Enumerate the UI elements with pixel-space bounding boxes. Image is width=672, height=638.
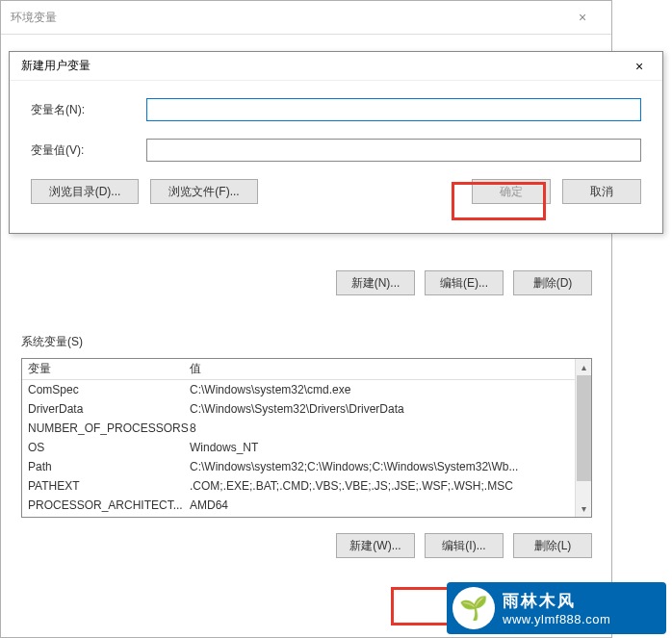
cell-var: OS — [22, 441, 184, 454]
var-name-label: 变量名(N): — [31, 102, 146, 118]
cell-val: C:\Windows\System32\Drivers\DriverData — [184, 402, 575, 416]
table-row[interactable]: NUMBER_OF_PROCESSORS8 — [22, 419, 575, 438]
cell-var: PATHEXT — [22, 479, 184, 493]
col-val-header[interactable]: 值 — [184, 359, 575, 379]
system-vars-buttons: 新建(W)... 编辑(I)... 删除(L) — [21, 533, 592, 558]
inner-title: 新建用户变量 — [21, 58, 90, 74]
cell-var: ComSpec — [22, 383, 184, 396]
scroll-thumb[interactable] — [577, 375, 591, 481]
table-header: 变量 值 — [22, 359, 575, 380]
browse-file-button[interactable]: 浏览文件(F)... — [150, 179, 258, 204]
system-vars-label: 系统变量(S) — [21, 334, 592, 350]
scroll-up-icon[interactable]: ▴ — [576, 359, 591, 375]
cell-val: Windows_NT — [184, 441, 575, 454]
cell-val: AMD64 — [184, 498, 575, 512]
user-delete-button[interactable]: 删除(D) — [513, 270, 592, 295]
user-edit-button[interactable]: 编辑(E)... — [425, 270, 504, 295]
scroll-down-icon[interactable]: ▾ — [576, 500, 591, 517]
cell-val: 8 — [184, 421, 575, 435]
cell-var: DriverData — [22, 402, 184, 416]
sys-delete-button[interactable]: 删除(L) — [513, 533, 592, 558]
cancel-button[interactable]: 取消 — [562, 179, 641, 204]
table-row[interactable]: PATHEXT.COM;.EXE;.BAT;.CMD;.VBS;.VBE;.JS… — [22, 476, 575, 496]
col-var-header[interactable]: 变量 — [22, 359, 184, 379]
table-row[interactable]: PROCESSOR_ARCHITECT...AMD64 — [22, 496, 575, 515]
user-vars-section: 新建(N)... 编辑(E)... 删除(D) 系统变量(S) 变量 值 Com… — [21, 240, 592, 558]
cell-val: C:\Windows\system32\cmd.exe — [184, 383, 575, 396]
sys-edit-button[interactable]: 编辑(I)... — [425, 533, 504, 558]
var-name-input[interactable] — [146, 98, 641, 121]
logo-url-text: www.ylmf888.com — [503, 612, 610, 626]
watermark-logo: 🌱 雨林木风 www.ylmf888.com — [447, 582, 666, 634]
cell-var: NUMBER_OF_PROCESSORS — [22, 421, 184, 435]
cell-var: PROCESSOR_ARCHITECT... — [22, 498, 184, 512]
cell-val: C:\Windows\system32;C:\Windows;C:\Window… — [184, 460, 575, 473]
scrollbar[interactable]: ▴ ▾ — [575, 359, 591, 517]
cell-val: .COM;.EXE;.BAT;.CMD;.VBS;.VBE;.JS;.JSE;.… — [184, 479, 575, 493]
ok-button[interactable]: 确定 — [472, 179, 551, 204]
sys-new-button[interactable]: 新建(W)... — [336, 533, 415, 558]
close-icon[interactable]: × — [620, 59, 659, 74]
outer-titlebar: 环境变量 × — [1, 1, 611, 35]
table-row[interactable]: OSWindows_NT — [22, 438, 575, 457]
table-row[interactable]: ComSpecC:\Windows\system32\cmd.exe — [22, 380, 575, 399]
close-icon[interactable]: × — [563, 10, 602, 25]
user-new-button[interactable]: 新建(N)... — [336, 270, 415, 295]
outer-title: 环境变量 — [11, 10, 57, 26]
cell-var: Path — [22, 460, 184, 473]
browse-dir-button[interactable]: 浏览目录(D)... — [31, 179, 139, 204]
var-value-label: 变量值(V): — [31, 142, 146, 159]
var-value-input[interactable] — [146, 139, 641, 162]
logo-cn-text: 雨林木风 — [503, 590, 610, 612]
table-row[interactable]: DriverDataC:\Windows\System32\Drivers\Dr… — [22, 399, 575, 419]
table-row[interactable]: PathC:\Windows\system32;C:\Windows;C:\Wi… — [22, 457, 575, 476]
new-user-var-dialog: 新建用户变量 × 变量名(N): 变量值(V): 浏览目录(D)... 浏览文件… — [9, 51, 663, 234]
system-vars-table: 变量 值 ComSpecC:\Windows\system32\cmd.exeD… — [21, 358, 592, 518]
leaf-icon: 🌱 — [452, 587, 495, 629]
user-vars-buttons: 新建(N)... 编辑(E)... 删除(D) — [21, 270, 592, 295]
inner-titlebar: 新建用户变量 × — [10, 52, 662, 81]
